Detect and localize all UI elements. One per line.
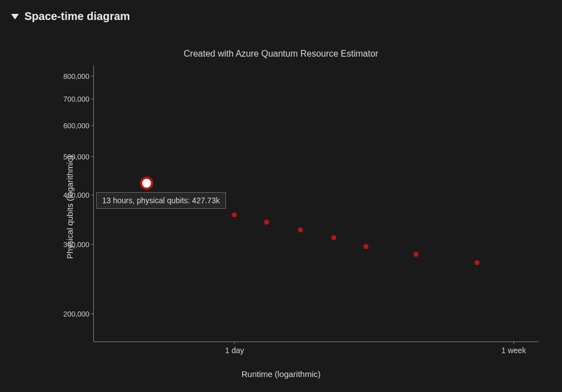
y-tick-label: 600,000: [63, 121, 94, 129]
data-point[interactable]: [364, 244, 369, 249]
chart-area: Created with Azure Quantum Resource Esti…: [11, 33, 551, 381]
chart-title: Created with Azure Quantum Resource Esti…: [11, 49, 551, 59]
section-title: Space-time diagram: [24, 10, 130, 23]
x-tick-label: 1 week: [501, 341, 526, 355]
y-tick-label: 200,000: [63, 309, 94, 318]
y-tick-label: 400,000: [63, 190, 94, 199]
x-axis-label: Runtime (logarithmic): [11, 369, 551, 379]
tooltip: 13 hours, physical qubits: 427.73k: [96, 192, 226, 209]
y-tick-label: 500,000: [63, 152, 94, 160]
data-point[interactable]: [140, 177, 153, 190]
plot-region[interactable]: 200,000300,000400,000500,000600,000700,0…: [93, 66, 539, 342]
x-tick-label: 1 day: [225, 341, 244, 355]
section-header[interactable]: Space-time diagram: [0, 0, 562, 31]
chevron-down-icon[interactable]: [11, 14, 19, 19]
data-point[interactable]: [298, 227, 303, 232]
data-point[interactable]: [264, 220, 269, 225]
data-point[interactable]: [232, 212, 237, 217]
y-tick-label: 700,000: [63, 94, 94, 103]
data-point[interactable]: [474, 260, 479, 265]
y-tick-label: 300,000: [63, 240, 94, 248]
data-point[interactable]: [332, 235, 337, 240]
y-tick-label: 800,000: [63, 72, 94, 80]
data-point[interactable]: [413, 252, 418, 257]
